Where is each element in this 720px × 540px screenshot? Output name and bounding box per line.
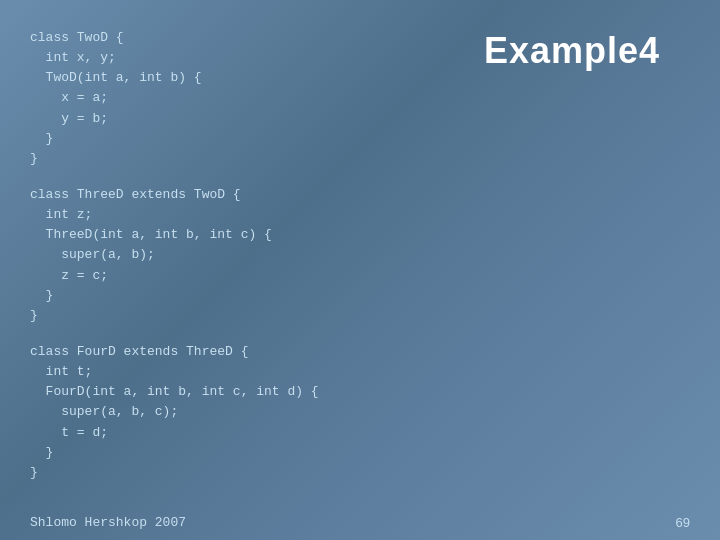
code-line: ThreeD(int a, int b, int c) { bbox=[30, 225, 319, 245]
code-line: int x, y; bbox=[30, 48, 319, 68]
code-line: t = d; bbox=[30, 423, 319, 443]
code-line: FourD(int a, int b, int c, int d) { bbox=[30, 382, 319, 402]
code-line: x = a; bbox=[30, 88, 319, 108]
code-line: } bbox=[30, 443, 319, 463]
code-line: y = b; bbox=[30, 109, 319, 129]
code-block-2: class ThreeD extends TwoD { int z; Three… bbox=[30, 185, 319, 326]
code-line: } bbox=[30, 149, 319, 169]
code-line: z = c; bbox=[30, 266, 319, 286]
code-line: } bbox=[30, 306, 319, 326]
code-line: } bbox=[30, 129, 319, 149]
code-section: class TwoD { int x, y; TwoD(int a, int b… bbox=[30, 28, 319, 499]
code-block-1: class TwoD { int x, y; TwoD(int a, int b… bbox=[30, 28, 319, 169]
code-line: class ThreeD extends TwoD { bbox=[30, 185, 319, 205]
code-line: TwoD(int a, int b) { bbox=[30, 68, 319, 88]
code-line: int z; bbox=[30, 205, 319, 225]
footer-text: Shlomo Hershkop 2007 bbox=[30, 515, 186, 530]
page-number: 69 bbox=[676, 515, 690, 530]
code-line: } bbox=[30, 463, 319, 483]
code-line: } bbox=[30, 286, 319, 306]
code-block-3: class FourD extends ThreeD { int t; Four… bbox=[30, 342, 319, 483]
code-line: super(a, b, c); bbox=[30, 402, 319, 422]
code-line: int t; bbox=[30, 362, 319, 382]
slide-title: Example4 bbox=[484, 30, 660, 72]
code-line: class FourD extends ThreeD { bbox=[30, 342, 319, 362]
code-line: class TwoD { bbox=[30, 28, 319, 48]
slide-content: Example4 class TwoD { int x, y; TwoD(int… bbox=[0, 0, 720, 540]
code-line: super(a, b); bbox=[30, 245, 319, 265]
